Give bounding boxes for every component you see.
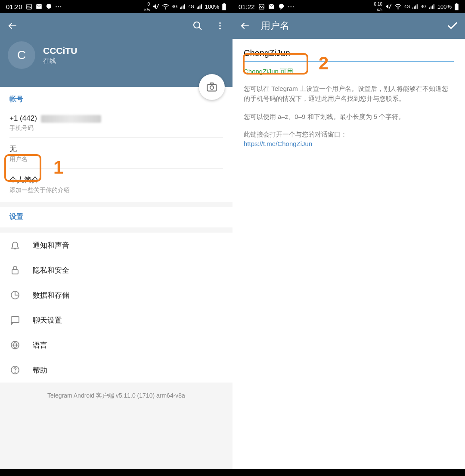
avatar[interactable]: C xyxy=(8,41,35,69)
appbar xyxy=(0,13,232,39)
svg-rect-30 xyxy=(412,7,413,9)
signal-icon-1 xyxy=(412,4,418,9)
setting-label: 隐私和安全 xyxy=(33,265,69,275)
username-desc-2: 您可以使用 a–z、0–9 和下划线。最小长度为 5 个字符。 xyxy=(244,112,454,121)
search-button[interactable] xyxy=(191,19,204,32)
svg-rect-22 xyxy=(11,317,19,323)
battery-text: 100% xyxy=(437,3,452,10)
net-type-1: 4G xyxy=(172,4,177,9)
mail-icon xyxy=(268,4,275,9)
profile-status: 在线 xyxy=(43,57,77,65)
client-version: Telegram Android 客户端 v5.11.0 (1710) arm6… xyxy=(0,383,232,409)
setting-language[interactable]: 语言 xyxy=(0,333,232,358)
globe-icon xyxy=(9,339,21,351)
status-bar: 01:20 0 K/s 4G xyxy=(0,0,232,13)
account-section-title: 帐号 xyxy=(9,95,223,104)
svg-rect-10 xyxy=(199,6,200,9)
svg-rect-6 xyxy=(183,6,184,9)
profile-name: CCCiTU xyxy=(43,46,77,56)
username-availability: ChongZiJun 可用 xyxy=(244,68,454,76)
svg-rect-33 xyxy=(417,4,418,9)
svg-rect-39 xyxy=(456,3,457,4)
settings-section: 设置 xyxy=(0,207,232,227)
back-button[interactable] xyxy=(6,19,19,32)
net-speed: 0.10 xyxy=(374,2,382,6)
phone-value: +1 (442) xyxy=(9,114,37,122)
svg-line-2 xyxy=(156,4,158,9)
signal-icon-1 xyxy=(180,4,186,9)
svg-point-25 xyxy=(15,372,15,372)
svg-line-28 xyxy=(389,4,391,9)
mute-icon xyxy=(152,3,159,10)
svg-point-27 xyxy=(279,3,283,8)
avatar-initial: C xyxy=(17,48,26,62)
svg-rect-13 xyxy=(223,3,225,4)
bio-row[interactable]: 个人简介 添加一些关于你的介绍 xyxy=(9,168,223,199)
setting-chat[interactable]: 聊天设置 xyxy=(0,308,232,333)
wifi-icon xyxy=(394,3,402,9)
more-icon xyxy=(56,3,62,10)
setting-notifications[interactable]: 通知和声音 xyxy=(0,233,232,258)
username-input[interactable] xyxy=(244,48,454,58)
phone-blurred xyxy=(41,115,101,123)
menu-button[interactable] xyxy=(214,19,226,32)
help-icon xyxy=(9,364,21,376)
svg-rect-32 xyxy=(415,6,416,9)
more-icon xyxy=(288,3,295,10)
wifi-icon xyxy=(162,3,169,9)
profile-header: C CCCiTU 在线 xyxy=(0,39,232,87)
svg-rect-5 xyxy=(182,6,183,9)
svg-rect-12 xyxy=(222,3,226,10)
username-row[interactable]: 无 用户名 xyxy=(9,137,223,168)
bell-icon xyxy=(9,240,21,251)
settings-list: 通知和声音 隐私和安全 数据和存储 聊天设置 语言 xyxy=(0,233,232,383)
appbar-title: 用户名 xyxy=(261,19,289,32)
account-section: 帐号 +1 (442) 手机号码 无 用户名 个人简介 添加一些关于你的介绍 xyxy=(0,87,232,202)
phone-label: 手机号码 xyxy=(9,124,223,132)
android-navbar xyxy=(232,469,465,476)
status-bar-right: 01:22 0.10 K/s 4G xyxy=(232,0,465,13)
svg-rect-11 xyxy=(201,4,202,9)
bio-hint: 添加一些关于你的介绍 xyxy=(9,187,223,194)
appbar-right: 用户名 xyxy=(232,13,465,39)
setting-label: 聊天设置 xyxy=(33,315,62,325)
setting-label: 数据和存储 xyxy=(33,290,69,300)
setting-label: 通知和声音 xyxy=(33,240,69,250)
net-type-2: 4G xyxy=(421,4,426,9)
svg-point-29 xyxy=(398,9,398,9)
lock-icon xyxy=(9,264,21,276)
username-edit-panel: ChongZiJun 可用 您可以在 Telegram 上设置一个用户名。设置后… xyxy=(232,39,465,157)
svg-rect-20 xyxy=(12,270,18,274)
battery-text: 100% xyxy=(205,3,219,10)
username-value: 无 xyxy=(9,144,223,154)
svg-rect-9 xyxy=(198,6,199,9)
setting-data[interactable]: 数据和存储 xyxy=(0,283,232,308)
setting-label: 帮助 xyxy=(33,365,47,375)
status-time: 01:22 xyxy=(239,3,255,10)
svg-rect-31 xyxy=(414,6,415,9)
svg-point-17 xyxy=(219,28,221,30)
chat-bubble-icon xyxy=(278,3,285,10)
confirm-button[interactable] xyxy=(446,19,459,32)
screenshot-left: 01:20 0 K/s 4G xyxy=(0,0,232,476)
setting-help[interactable]: 帮助 xyxy=(0,358,232,383)
username-link-intro: 此链接会打开一个与您的对话窗口： xyxy=(244,129,454,139)
setting-label: 语言 xyxy=(33,340,47,350)
net-speed: 0 xyxy=(148,2,150,6)
chat-bubble-icon xyxy=(46,3,52,10)
mail-icon xyxy=(36,4,42,9)
username-input-wrap xyxy=(244,48,454,62)
mute-icon xyxy=(385,3,392,10)
phone-row[interactable]: +1 (442) 手机号码 xyxy=(9,110,223,137)
camera-fab[interactable] xyxy=(199,74,225,100)
setting-privacy[interactable]: 隐私和安全 xyxy=(0,258,232,283)
svg-rect-36 xyxy=(432,6,433,9)
svg-point-1 xyxy=(46,3,51,8)
username-link[interactable]: https://t.me/ChongZiJun xyxy=(244,140,312,147)
svg-rect-7 xyxy=(184,4,185,9)
pie-icon xyxy=(9,289,21,301)
signal-icon-2 xyxy=(197,4,202,9)
status-time: 01:20 xyxy=(6,3,22,10)
svg-point-19 xyxy=(210,86,214,89)
back-button[interactable] xyxy=(239,19,251,32)
